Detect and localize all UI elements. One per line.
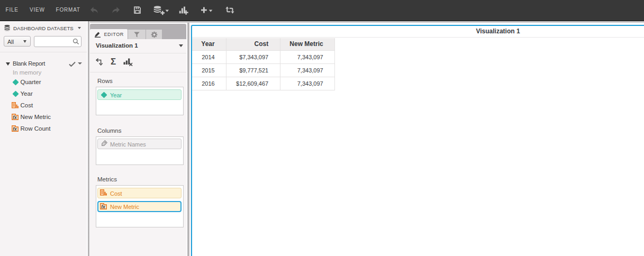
svg-text:fx: fx — [13, 126, 17, 131]
svg-text:fx: fx — [101, 204, 106, 209]
svg-text:fx: fx — [13, 114, 17, 120]
